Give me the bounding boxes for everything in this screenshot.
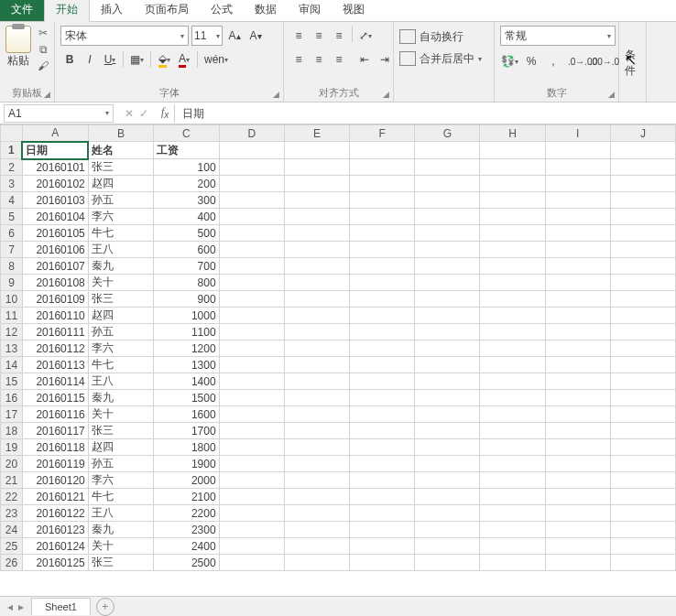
cell[interactable] [219,192,284,209]
cell[interactable] [545,439,610,456]
cell[interactable]: 20160124 [22,538,88,555]
cell[interactable] [610,275,675,291]
column-header[interactable]: H [480,125,545,142]
column-header[interactable]: D [219,125,284,142]
align-launcher-icon[interactable]: ◢ [380,89,391,100]
cell[interactable] [610,489,675,505]
cell[interactable] [284,176,349,192]
cell[interactable] [350,472,415,489]
name-box[interactable]: A1▾ [4,104,114,123]
cell[interactable]: 20160122 [22,505,88,522]
cell[interactable] [219,275,284,291]
cell[interactable] [219,423,284,439]
cell[interactable] [284,472,349,489]
cell[interactable] [545,209,610,225]
cell[interactable]: 20160112 [22,340,88,357]
select-all-corner[interactable] [1,125,23,142]
cell[interactable]: 20160101 [22,159,88,176]
cell[interactable]: 2000 [154,472,220,489]
row-header[interactable]: 15 [1,373,23,390]
cell[interactable]: 1500 [154,390,220,406]
cell[interactable] [284,225,349,242]
cell[interactable] [610,390,675,406]
cell[interactable] [610,439,675,456]
cell[interactable] [545,176,610,192]
cell[interactable] [545,423,610,439]
cell[interactable] [284,522,349,538]
cell[interactable] [350,159,415,176]
cell[interactable] [545,505,610,522]
cell[interactable] [610,538,675,555]
cell[interactable]: 20160108 [22,275,88,291]
cell[interactable] [545,324,610,340]
bold-button[interactable]: B [60,49,79,70]
cell[interactable] [219,142,284,159]
cell[interactable] [480,324,545,340]
cell[interactable] [545,555,610,571]
cell[interactable] [284,423,349,439]
percent-format-icon[interactable]: % [522,51,540,71]
cell[interactable] [480,406,545,423]
cell[interactable] [610,456,675,472]
cell[interactable] [415,324,480,340]
number-launcher-icon[interactable]: ◢ [605,89,616,100]
cell[interactable] [610,340,675,357]
cell[interactable]: 张三 [88,291,153,308]
italic-button[interactable]: I [81,49,99,70]
cell[interactable] [219,555,284,571]
row-header[interactable]: 26 [1,555,23,571]
cell[interactable] [480,242,545,258]
cell[interactable] [219,357,284,373]
cell[interactable] [610,472,675,489]
cell[interactable] [350,242,415,258]
cell[interactable]: 王八 [88,373,153,390]
cell[interactable]: 200 [154,176,220,192]
column-header[interactable]: G [415,125,480,142]
indent-decrease-icon[interactable]: ⇤ [355,49,374,70]
worksheet-grid[interactable]: ABCDEFGHIJ1日期姓名工资220160101张三100320160102… [0,124,676,580]
cell[interactable] [610,324,675,340]
cell[interactable]: 姓名 [88,142,153,159]
cell[interactable] [480,340,545,357]
cell[interactable] [350,275,415,291]
cell[interactable] [284,308,349,324]
cell[interactable] [415,242,480,258]
cell[interactable]: 20160113 [22,357,88,373]
align-middle-icon[interactable]: ≡ [310,26,328,46]
decrease-font-icon[interactable]: A▾ [246,27,265,45]
cell[interactable] [480,522,545,538]
cell[interactable] [350,390,415,406]
cell[interactable] [415,555,480,571]
cell[interactable]: 工资 [154,142,220,159]
cell[interactable]: 1300 [154,357,220,373]
cell[interactable] [610,176,675,192]
cell[interactable]: 王八 [88,505,153,522]
borders-button[interactable]: ▦▾ [127,49,147,70]
cell[interactable] [219,439,284,456]
cancel-formula-icon[interactable]: ✕ [125,107,134,120]
row-header[interactable]: 17 [1,406,23,423]
cell[interactable]: 800 [154,275,220,291]
row-header[interactable]: 10 [1,291,23,308]
cell[interactable] [284,209,349,225]
row-header[interactable]: 18 [1,423,23,439]
cell[interactable] [545,192,610,209]
tab-view[interactable]: 视图 [332,0,376,21]
cell[interactable]: 赵四 [88,308,153,324]
cell[interactable] [415,538,480,555]
cell[interactable] [350,373,415,390]
cell[interactable] [284,291,349,308]
cell[interactable] [415,472,480,489]
cell[interactable] [415,340,480,357]
cell[interactable] [545,159,610,176]
tab-data[interactable]: 数据 [244,0,288,21]
cell[interactable] [610,406,675,423]
cell[interactable] [480,176,545,192]
cell[interactable]: 20160123 [22,522,88,538]
cell[interactable]: 20160104 [22,209,88,225]
cell[interactable] [610,192,675,209]
cell[interactable]: 张三 [88,423,153,439]
row-header[interactable]: 23 [1,505,23,522]
cell[interactable] [480,159,545,176]
cell[interactable] [219,225,284,242]
